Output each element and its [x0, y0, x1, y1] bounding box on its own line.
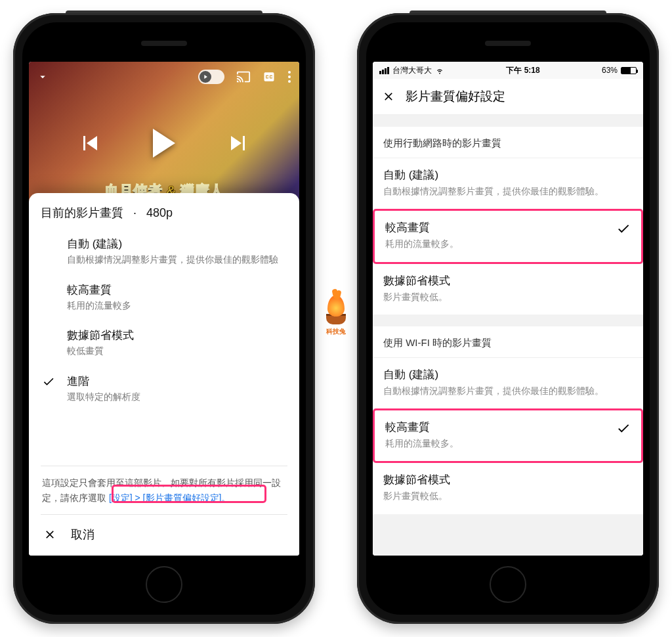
- quality-sheet: 目前的影片畫質 · 480p 自動 (建議) 自動根據情況調整影片畫質，提供你最…: [29, 193, 299, 556]
- option-desc: 影片畫質較低。: [383, 291, 633, 304]
- check-icon: [42, 375, 55, 388]
- battery-label: 63%: [602, 66, 618, 75]
- more-icon[interactable]: [287, 70, 291, 83]
- phone-right: 台灣大哥大 下午 5:18 63% 影片畫質偏好設定 使用行動網路時的影片畫質: [357, 13, 659, 624]
- chevron-down-icon[interactable]: [37, 71, 49, 83]
- option-title: 數據節省模式: [67, 328, 134, 343]
- option-desc: 選取特定的解析度: [67, 391, 140, 404]
- wifi-option-higher[interactable]: 較高畫質 耗用的流量較多。: [373, 408, 643, 463]
- settings-link[interactable]: [設定] > [影片畫質偏好設定]。: [106, 493, 230, 503]
- option-desc: 自動根據情況調整影片畫質，提供你最佳的觀影體驗。: [383, 385, 633, 398]
- next-button[interactable]: [231, 136, 245, 150]
- option-title: 自動 (建議): [383, 167, 633, 183]
- signal-icon: [379, 67, 389, 74]
- captions-icon[interactable]: [262, 70, 276, 83]
- quality-option-auto[interactable]: 自動 (建議) 自動根據情況調整影片畫質，提供你最佳的觀影體驗: [41, 230, 287, 276]
- status-time: 下午 5:18: [506, 65, 539, 76]
- status-bar: 台灣大哥大 下午 5:18 63%: [373, 62, 643, 79]
- option-title: 數據節省模式: [383, 472, 633, 487]
- phone-speaker: [141, 41, 187, 46]
- wifi-icon: [435, 66, 444, 75]
- option-desc: 影片畫質較低。: [383, 490, 633, 503]
- battery-icon: [621, 67, 637, 74]
- phone-left: 血月使者&獵魔人 0:18 / 35:38 有機會贏獎品*: [13, 13, 315, 624]
- page-title: 影片畫質偏好設定: [406, 88, 505, 105]
- wifi-option-datasaver[interactable]: 數據節省模式 影片畫質較低。: [373, 463, 643, 514]
- sheet-heading: 目前的影片畫質 · 480p: [41, 205, 287, 221]
- phone-speaker: [485, 41, 531, 46]
- svg-point-1: [288, 76, 291, 78]
- option-title: 較高畫質: [385, 220, 631, 235]
- play-in-knob-icon: [202, 74, 209, 80]
- sheet-note: 這項設定只會套用至這部影片。如要對所有影片採用同一設定，請依序選取 [設定] >…: [41, 466, 287, 514]
- check-icon: [616, 221, 631, 236]
- option-title: 進階: [67, 374, 140, 389]
- option-desc: 自動根據情況調整影片畫質，提供你最佳的觀影體驗: [67, 253, 278, 267]
- option-desc: 較低畫質: [67, 345, 134, 358]
- home-button[interactable]: [490, 566, 526, 603]
- option-title: 自動 (建議): [383, 367, 633, 382]
- watermark-mascot: 科技兔: [320, 296, 352, 341]
- svg-point-0: [288, 71, 291, 74]
- check-icon: [616, 421, 631, 435]
- quality-option-advanced[interactable]: 進階 選取特定的解析度: [41, 367, 287, 413]
- section-mobile-header: 使用行動網路時的影片畫質: [373, 127, 643, 158]
- option-desc: 耗用的流量較多: [67, 299, 131, 313]
- mobile-option-auto[interactable]: 自動 (建議) 自動根據情況調整影片畫質，提供你最佳的觀影體驗。: [373, 158, 643, 209]
- option-title: 較高畫質: [385, 420, 631, 435]
- wifi-option-auto[interactable]: 自動 (建議) 自動根據情況調整影片畫質，提供你最佳的觀影體驗。: [373, 358, 643, 408]
- flame-icon: [327, 296, 345, 317]
- previous-button[interactable]: [83, 136, 97, 150]
- close-icon[interactable]: [382, 90, 395, 103]
- option-desc: 耗用的流量較多。: [385, 238, 631, 251]
- pot-icon: [326, 314, 346, 324]
- option-title: 較高畫質: [67, 282, 131, 297]
- mobile-option-higher[interactable]: 較高畫質 耗用的流量較多。: [373, 209, 643, 263]
- home-button[interactable]: [146, 566, 182, 603]
- quality-option-higher[interactable]: 較高畫質 耗用的流量較多: [41, 276, 287, 322]
- quality-option-datasaver[interactable]: 數據節省模式 較低畫質: [41, 321, 287, 367]
- option-desc: 耗用的流量較多。: [385, 437, 631, 450]
- page-header: 影片畫質偏好設定: [373, 79, 643, 115]
- cast-icon[interactable]: [236, 70, 251, 84]
- option-title: 自動 (建議): [67, 236, 278, 252]
- cancel-label: 取消: [71, 527, 94, 542]
- watermark-label: 科技兔: [326, 327, 346, 336]
- carrier-label: 台灣大哥大: [392, 65, 432, 76]
- cancel-button[interactable]: 取消: [41, 514, 287, 556]
- play-button[interactable]: [153, 129, 175, 158]
- option-desc: 自動根據情況調整影片畫質，提供你最佳的觀影體驗。: [383, 185, 633, 198]
- close-icon: [43, 528, 56, 541]
- option-title: 數據節省模式: [383, 273, 633, 288]
- autoplay-toggle[interactable]: [198, 70, 224, 84]
- mobile-option-datasaver[interactable]: 數據節省模式 影片畫質較低。: [373, 264, 643, 315]
- svg-point-2: [288, 80, 291, 83]
- section-wifi-header: 使用 WI-FI 時的影片畫質: [373, 326, 643, 358]
